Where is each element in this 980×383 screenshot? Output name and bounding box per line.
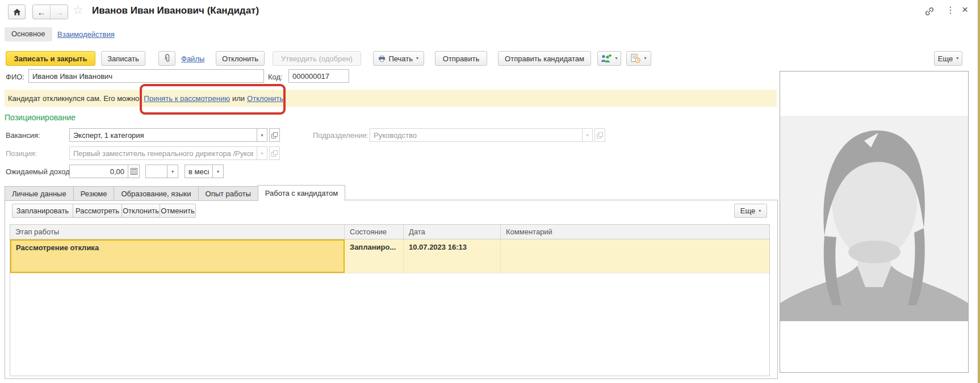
document-history-menu-button[interactable]: ▾ (626, 51, 651, 66)
tab-personal-data[interactable]: Личные данные (5, 186, 73, 201)
department-open-button[interactable] (594, 128, 605, 142)
vacancy-dropdown-button[interactable]: ▾ (257, 128, 267, 142)
more-label: Еще (938, 54, 953, 63)
chevron-down-icon: ▾ (956, 56, 958, 61)
position-dropdown-button[interactable]: ▾ (257, 146, 267, 160)
save-close-button[interactable]: Записать и закрыть (6, 51, 95, 66)
column-header-stage: Этап работы (10, 225, 345, 239)
files-link[interactable]: Файлы (181, 54, 204, 63)
paperclip-icon (164, 54, 171, 63)
back-icon[interactable]: ← (33, 7, 50, 17)
home-button[interactable] (8, 5, 26, 19)
chevron-down-icon: ▾ (759, 209, 761, 213)
save-button[interactable]: Записать (101, 51, 145, 66)
open-form-icon (271, 132, 278, 138)
chevron-down-icon: ▾ (416, 56, 418, 61)
position-input[interactable] (69, 146, 257, 160)
print-button[interactable]: Печать ▾ (373, 51, 424, 66)
code-input[interactable] (288, 69, 349, 83)
work-stages-table: Этап работы Состояние Дата Комментарий Р… (10, 224, 770, 376)
expected-income-input[interactable] (69, 165, 128, 178)
department-dropdown-button[interactable]: ▾ (582, 128, 593, 142)
income-currency-dropdown-button[interactable]: ▾ (167, 165, 178, 178)
close-icon[interactable]: × (962, 3, 968, 16)
cell-state[interactable]: Запланиро... (345, 239, 404, 273)
home-icon (13, 9, 21, 16)
candidate-work-pane: Запланировать Рассмотреть Отклонить Отме… (5, 200, 778, 379)
plan-button[interactable]: Запланировать (12, 204, 73, 218)
detail-tabs: Личные данные Резюме Образование, языки … (5, 185, 345, 201)
attachments-button[interactable] (158, 51, 175, 66)
add-person-icon (601, 54, 612, 63)
column-header-date: Дата (404, 225, 501, 239)
pane-more-label: Еще (740, 207, 755, 215)
accept-for-review-link[interactable]: Принять к рассмотрению (144, 94, 230, 103)
approve-button[interactable]: Утвердить (одобрен) (273, 51, 361, 66)
code-label: Код: (268, 73, 283, 81)
page-title: Иванов Иван Иванович (Кандидат) (92, 5, 259, 16)
nav-tab-main[interactable]: Основное (5, 27, 52, 41)
cell-stage[interactable]: Рассмотрение отклика (10, 239, 345, 273)
vacancy-input[interactable] (69, 128, 257, 142)
tab-candidate-work[interactable]: Работа с кандидатом (258, 185, 345, 201)
vacancy-open-button[interactable] (269, 128, 280, 142)
print-label: Печать (388, 54, 413, 63)
tab-education-languages[interactable]: Образование, языки (114, 186, 198, 201)
tab-work-experience[interactable]: Опыт работы (198, 186, 258, 201)
app-window: ← → ☆ Иванов Иван Иванович (Кандидат) ⋮ … (0, 0, 980, 383)
chevron-down-icon: ▾ (644, 56, 646, 61)
nav-tab-interactions[interactable]: Взаимодействия (57, 30, 115, 39)
add-person-menu-button[interactable]: ▾ (597, 51, 621, 66)
cell-comment[interactable] (501, 239, 769, 273)
fio-input[interactable] (28, 69, 264, 83)
cell-date[interactable]: 10.07.2023 16:13 (404, 239, 501, 273)
income-period-input[interactable] (185, 165, 213, 178)
vacancy-label: Вакансия: (6, 131, 40, 140)
pane-more-button[interactable]: Еще ▾ (734, 204, 767, 218)
send-candidates-button[interactable]: Отправить кандидатам (498, 51, 591, 66)
column-header-comment: Комментарий (501, 225, 769, 239)
stage-reject-button[interactable]: Отклонить (122, 204, 160, 218)
banner-reject-link[interactable]: Отклонить (247, 94, 283, 103)
chain-icon (924, 6, 935, 16)
favorite-star-icon[interactable]: ☆ (73, 3, 83, 17)
income-period-dropdown-button[interactable]: ▾ (212, 165, 224, 178)
cancel-button[interactable]: Отменить (160, 204, 196, 218)
copy-link-icon[interactable] (924, 6, 935, 18)
table-row[interactable]: Рассмотрение отклика Запланиро... 10.07.… (10, 239, 769, 273)
open-form-icon (271, 150, 278, 157)
positioning-section-title: Позиционирование (5, 113, 76, 122)
table-header-row: Этап работы Состояние Дата Комментарий (10, 225, 769, 239)
printer-icon (379, 55, 385, 62)
history-nav-group: ← → (32, 5, 68, 19)
fio-label: ФИО: (6, 73, 24, 81)
income-calculator-button[interactable] (128, 165, 140, 178)
candidate-photo-panel[interactable] (780, 71, 969, 373)
kebab-menu-icon[interactable]: ⋮ (946, 5, 955, 15)
avatar-placeholder (780, 116, 968, 321)
chevron-down-icon: ▾ (615, 56, 617, 61)
send-button[interactable]: Отправить (435, 51, 487, 66)
position-label: Позиция: (6, 149, 37, 158)
tab-resume[interactable]: Резюме (73, 186, 114, 201)
candidate-response-banner: Кандидат откликнулся сам. Его можно Прин… (5, 90, 777, 107)
expected-income-label: Ожидаемый доход: (6, 167, 72, 176)
banner-text: Кандидат откликнулся сам. Его можно (8, 94, 139, 103)
more-button[interactable]: Еще ▾ (934, 51, 962, 66)
department-input[interactable] (370, 128, 583, 142)
document-clock-icon (631, 54, 640, 63)
income-currency-input[interactable] (145, 165, 167, 178)
reject-button[interactable]: Отклонить (216, 51, 265, 66)
review-button[interactable]: Рассмотреть (73, 204, 122, 218)
calculator-icon (131, 168, 137, 175)
open-form-icon (597, 132, 603, 138)
position-open-button[interactable] (269, 146, 280, 160)
department-label: Подразделение: (313, 131, 368, 140)
forward-icon[interactable]: → (51, 7, 68, 17)
banner-or-text: или (232, 94, 245, 103)
column-header-state: Состояние (345, 225, 404, 239)
window-edge-strip (978, 0, 980, 383)
